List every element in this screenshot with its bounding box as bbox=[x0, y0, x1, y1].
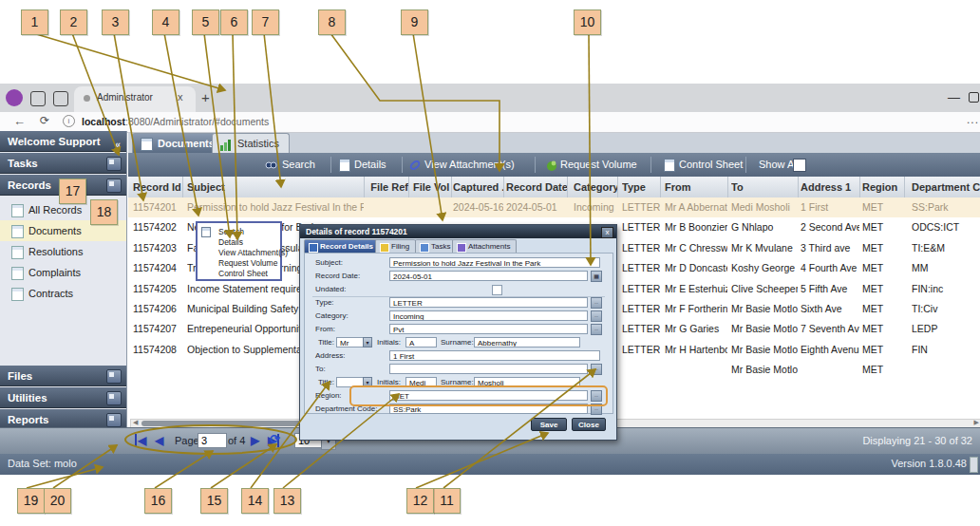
column-header-region[interactable]: Region bbox=[862, 177, 905, 197]
initials-input[interactable]: A bbox=[405, 337, 437, 348]
table-row[interactable]: 11574201Permission to hold Jazz Festival… bbox=[128, 197, 980, 217]
panel-expand-icon[interactable] bbox=[106, 391, 122, 405]
sidebar-item-complaints[interactable]: Complaints bbox=[0, 262, 126, 283]
tab-statistics[interactable]: Statistics bbox=[212, 133, 290, 153]
menu-item-view-attachment-s-[interactable]: View Attachment(s) bbox=[218, 248, 288, 258]
field-label: Address: bbox=[315, 350, 346, 362]
column-header-subject[interactable]: Subject bbox=[187, 177, 365, 197]
dialog-tab-icon bbox=[380, 243, 389, 253]
main-tab-strip: Documents Statistics bbox=[128, 133, 980, 154]
request-volume-button[interactable]: Request Volume bbox=[560, 153, 637, 177]
record-date-calendar-icon[interactable]: ▦ bbox=[591, 271, 602, 282]
window-minimize-icon[interactable]: — bbox=[948, 90, 960, 104]
title-dropdown-icon[interactable]: ▾ bbox=[363, 337, 372, 348]
sidebar-item-resolutions[interactable]: Resolutions bbox=[0, 241, 126, 262]
sidebar-section-welcome-support[interactable]: Welcome Support« bbox=[0, 131, 126, 152]
undated-checkbox[interactable] bbox=[492, 285, 502, 295]
browser-workspace-icon[interactable] bbox=[53, 91, 68, 106]
site-info-icon[interactable]: i bbox=[63, 115, 75, 127]
close-button[interactable]: Close bbox=[572, 418, 606, 431]
field-label: Surname: bbox=[441, 337, 474, 348]
tab-close-icon[interactable]: x bbox=[178, 91, 183, 103]
column-header-fileref[interactable]: File Ref bbox=[364, 177, 409, 197]
cell-dept: SS:Park bbox=[912, 197, 980, 217]
scroll-left-icon[interactable]: ◀ bbox=[133, 419, 138, 426]
pager-refresh-icon[interactable]: ⟳ bbox=[270, 432, 280, 446]
panel-expand-icon[interactable] bbox=[106, 157, 122, 171]
menu-item-details[interactable]: Details bbox=[218, 237, 243, 248]
sidebar-item-contracts[interactable]: Contracts bbox=[0, 283, 126, 304]
url-text[interactable]: localhost:8080/Administrator/#documents bbox=[82, 116, 269, 127]
new-tab-button[interactable]: + bbox=[201, 89, 210, 105]
dialog-tab-record-details[interactable]: Record Details bbox=[304, 239, 380, 253]
record-date-input[interactable]: 2024-05-01 bbox=[389, 271, 588, 281]
cell-region: MET bbox=[862, 217, 904, 237]
dialog-tab-label: Tasks bbox=[431, 242, 450, 251]
column-header-to[interactable]: To bbox=[731, 177, 799, 197]
panel-expand-icon[interactable] bbox=[106, 178, 122, 193]
save-button[interactable]: Save bbox=[531, 418, 567, 431]
column-header-addr[interactable]: Address 1 bbox=[801, 177, 860, 197]
collapse-chevron-icon[interactable]: « bbox=[115, 134, 121, 155]
resize-grip bbox=[970, 457, 978, 473]
menu-item-search[interactable]: Search bbox=[218, 227, 244, 237]
subject-input[interactable]: Permission to hold Jazz Festival In the … bbox=[389, 257, 600, 268]
pager-next-icon[interactable]: ▶ bbox=[251, 434, 259, 447]
category-dropdown-icon[interactable]: ·· bbox=[591, 310, 602, 322]
browser-profile-avatar[interactable] bbox=[6, 89, 23, 106]
from-dropdown-icon[interactable]: ·· bbox=[591, 324, 602, 335]
reload-icon[interactable]: ⟳ bbox=[40, 114, 49, 127]
dialog-tab-attachments[interactable]: Attachments bbox=[452, 239, 517, 253]
control-sheet-button[interactable]: Control Sheet bbox=[679, 153, 743, 177]
dialog-tab-tasks[interactable]: Tasks bbox=[415, 239, 457, 253]
view-attachments-button[interactable]: View Attachment(s) bbox=[424, 153, 515, 177]
cell-type: LETTER bbox=[622, 217, 660, 237]
to-dropdown-icon[interactable]: ·· bbox=[591, 364, 602, 375]
column-header-category[interactable]: Category bbox=[574, 177, 618, 197]
column-header-id[interactable]: Record Id bbox=[133, 177, 183, 197]
surname-input[interactable]: Abbernathy bbox=[474, 337, 580, 348]
back-icon[interactable]: ← bbox=[13, 114, 26, 128]
type-input[interactable]: LETTER bbox=[389, 297, 588, 308]
callout-1-address-bar-url: 1 bbox=[21, 9, 48, 35]
column-header-type[interactable]: Type bbox=[622, 177, 661, 197]
statistics-chart-icon bbox=[220, 138, 231, 149]
cell-region: MET bbox=[862, 299, 904, 319]
scroll-right-icon[interactable]: ▶ bbox=[974, 419, 979, 426]
column-header-from[interactable]: From bbox=[665, 177, 728, 197]
type-dropdown-icon[interactable]: ·· bbox=[591, 297, 602, 309]
show-all-checkbox[interactable] bbox=[793, 159, 806, 172]
pager-prev-icon[interactable]: ◀ bbox=[155, 434, 163, 447]
column-header-recdate[interactable]: Record Date bbox=[506, 177, 568, 197]
category-input[interactable]: Incoming bbox=[389, 310, 588, 321]
field-label: Title: bbox=[318, 377, 334, 388]
to-input[interactable] bbox=[389, 364, 588, 374]
menu-item-control-sheet[interactable]: Control Sheet bbox=[218, 269, 268, 279]
column-header-captured[interactable]: Captured ... bbox=[453, 177, 504, 197]
address-input[interactable]: 1 First bbox=[389, 350, 600, 361]
document-icon bbox=[201, 227, 211, 237]
column-header-dept[interactable]: Department Code bbox=[912, 177, 980, 197]
from-input[interactable]: Pvt bbox=[389, 324, 588, 334]
pager-page-input[interactable]: 3 bbox=[198, 433, 227, 448]
dialog-close-icon[interactable]: x bbox=[601, 227, 613, 238]
cell-region: MET bbox=[862, 238, 904, 258]
browser-menu-icon[interactable]: ... bbox=[967, 113, 979, 126]
dialog-tab-filing[interactable]: Filing bbox=[375, 239, 416, 253]
cell-to: Medi Mosholi bbox=[731, 197, 798, 217]
cell-type: LETTER bbox=[622, 197, 660, 217]
menu-item-request-volume[interactable]: Request Volume bbox=[218, 258, 277, 269]
dialog-tab-label: Record Details bbox=[320, 242, 373, 251]
panel-expand-icon[interactable] bbox=[106, 369, 122, 384]
pager-of-label: of 4 bbox=[228, 435, 245, 446]
panel-expand-icon[interactable] bbox=[106, 413, 122, 427]
pager-first-icon[interactable]: ◀ bbox=[135, 434, 146, 447]
column-header-filevol[interactable]: File Vol bbox=[413, 177, 452, 197]
sidebar-section-files[interactable]: Files bbox=[0, 366, 126, 386]
sidebar-section-utilities[interactable]: Utilities bbox=[0, 387, 126, 408]
details-button[interactable]: Details bbox=[354, 153, 386, 177]
browser-extension-icon[interactable] bbox=[30, 91, 46, 106]
search-button[interactable]: Search bbox=[282, 153, 315, 177]
sidebar-section-tasks[interactable]: Tasks bbox=[0, 153, 126, 174]
window-restore-icon[interactable] bbox=[969, 92, 979, 103]
